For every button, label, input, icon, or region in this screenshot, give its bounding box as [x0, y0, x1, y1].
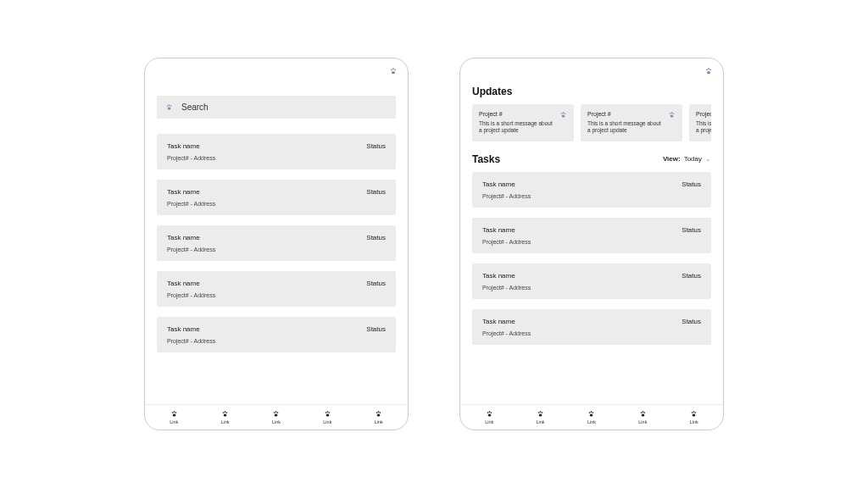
- svg-point-45: [488, 411, 490, 413]
- nav-item[interactable]: Link: [587, 410, 596, 424]
- task-name: Task name: [482, 226, 515, 234]
- svg-point-61: [693, 411, 695, 413]
- task-subtitle: Project# - Address: [167, 201, 386, 207]
- svg-point-6: [170, 105, 172, 107]
- svg-point-32: [561, 113, 563, 114]
- svg-point-21: [326, 411, 328, 413]
- svg-point-54: [593, 412, 594, 413]
- task-status: Status: [682, 318, 701, 325]
- svg-point-28: [706, 69, 708, 70]
- task-subtitle: Project# - Address: [482, 193, 701, 199]
- device-header: [460, 67, 723, 80]
- svg-point-31: [707, 71, 710, 74]
- task-card[interactable]: Task name Status Project# - Address: [472, 309, 711, 345]
- svg-point-25: [378, 411, 380, 413]
- nav-item[interactable]: Link: [537, 410, 545, 424]
- nav-label: Link: [221, 419, 230, 424]
- task-status: Status: [682, 226, 701, 234]
- svg-point-63: [693, 414, 696, 417]
- update-title: Project #: [696, 111, 711, 117]
- update-message: This is a short message about a project …: [479, 120, 554, 135]
- paw-icon: [170, 410, 178, 418]
- paw-icon: [537, 410, 544, 418]
- svg-point-49: [540, 411, 542, 413]
- task-name: Task name: [167, 280, 200, 287]
- nav-item[interactable]: Link: [170, 410, 178, 424]
- nav-item[interactable]: Link: [272, 410, 281, 424]
- nav-label: Link: [690, 419, 698, 424]
- nav-item[interactable]: Link: [638, 410, 647, 424]
- svg-point-8: [171, 412, 173, 413]
- task-subtitle: Project# - Address: [167, 338, 386, 344]
- task-subtitle: Project# - Address: [167, 155, 386, 161]
- task-status: Status: [366, 188, 386, 196]
- paw-icon: [587, 410, 595, 418]
- view-select[interactable]: View: Today ⌄: [663, 155, 711, 163]
- nav-label: Link: [587, 419, 596, 424]
- update-card[interactable]: Project # This is a short message about …: [472, 104, 574, 141]
- nav-item[interactable]: Link: [690, 410, 698, 424]
- content-area: Search Task name Status Project# - Addre…: [145, 80, 408, 404]
- svg-point-14: [226, 412, 228, 413]
- svg-point-12: [223, 412, 225, 413]
- task-status: Status: [366, 142, 386, 150]
- content-area: Updates Project # This is a short messag…: [460, 80, 723, 404]
- svg-point-1: [392, 68, 394, 69]
- paw-icon: [324, 410, 331, 418]
- paw-icon: [486, 410, 493, 418]
- paw-icon: [639, 410, 647, 418]
- device-search-tasks: Search Task name Status Project# - Addre…: [144, 58, 409, 430]
- paw-icon: [704, 67, 713, 75]
- svg-point-46: [490, 412, 492, 413]
- nav-item[interactable]: Link: [221, 410, 230, 424]
- update-message: This is a short message about a project …: [696, 120, 711, 135]
- update-card[interactable]: Project # This is a short message about …: [581, 104, 682, 141]
- task-name: Task name: [167, 142, 200, 150]
- nav-label: Link: [323, 419, 331, 424]
- svg-point-16: [274, 412, 275, 413]
- update-card[interactable]: Project # This is a short message about …: [689, 104, 711, 141]
- svg-point-19: [275, 414, 278, 417]
- task-card[interactable]: Task name Status Project# - Address: [157, 134, 396, 169]
- tasks-header: Tasks View: Today ⌄: [472, 153, 711, 165]
- nav-label: Link: [375, 419, 383, 424]
- task-card[interactable]: Task name Status Project# - Address: [157, 225, 396, 261]
- task-card[interactable]: Task name Status Project# - Address: [472, 172, 711, 208]
- task-card[interactable]: Task name Status Project# - Address: [157, 271, 396, 307]
- svg-point-22: [328, 412, 330, 413]
- task-card[interactable]: Task name Status Project# - Address: [157, 180, 396, 215]
- task-card[interactable]: Task name Status Project# - Address: [472, 263, 711, 299]
- device-header: [145, 67, 408, 80]
- task-subtitle: Project# - Address: [167, 292, 386, 298]
- device-updates-tasks: Updates Project # This is a short messag…: [459, 58, 724, 430]
- updates-title: Updates: [472, 86, 711, 97]
- paw-icon: [389, 67, 398, 75]
- svg-point-15: [224, 414, 227, 417]
- paw-icon: [272, 410, 280, 418]
- nav-item[interactable]: Link: [375, 410, 383, 424]
- svg-point-55: [590, 414, 593, 417]
- task-card[interactable]: Task name Status Project# - Address: [157, 317, 396, 352]
- svg-point-50: [542, 412, 543, 413]
- task-name: Task name: [167, 325, 200, 333]
- task-status: Status: [682, 272, 701, 280]
- nav-item[interactable]: Link: [485, 410, 493, 424]
- svg-point-59: [641, 414, 644, 417]
- paw-icon: [668, 111, 676, 119]
- nav-label: Link: [485, 419, 493, 424]
- svg-point-37: [671, 112, 673, 114]
- svg-point-18: [277, 412, 279, 413]
- task-status: Status: [366, 325, 386, 333]
- task-card[interactable]: Task name Status Project# - Address: [472, 218, 711, 253]
- search-input[interactable]: Search: [157, 96, 396, 119]
- svg-point-20: [326, 412, 327, 413]
- svg-point-30: [709, 69, 711, 70]
- nav-label: Link: [537, 419, 545, 424]
- svg-point-3: [392, 71, 395, 74]
- nav-item[interactable]: Link: [323, 410, 331, 424]
- svg-point-44: [487, 412, 488, 413]
- updates-row: Project # This is a short message about …: [472, 104, 711, 141]
- task-status: Status: [366, 234, 386, 241]
- paw-icon: [559, 111, 567, 119]
- bottom-nav: Link Link Link Link Link: [145, 404, 408, 430]
